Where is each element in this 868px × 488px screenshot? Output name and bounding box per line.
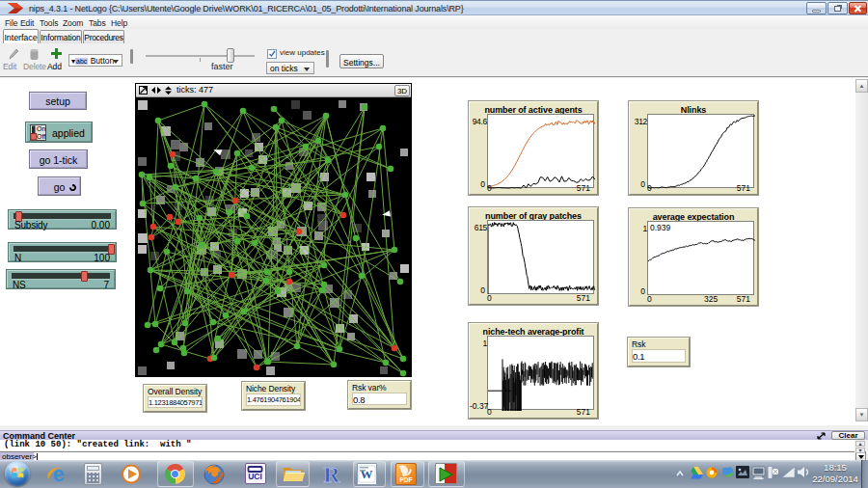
svg-text:R: R bbox=[323, 463, 340, 486]
svg-text:On: On bbox=[37, 125, 45, 132]
svg-text:W: W bbox=[361, 467, 373, 481]
svg-text:UCI: UCI bbox=[248, 472, 262, 481]
svg-text:e: e bbox=[51, 463, 67, 485]
svg-text:PDF: PDF bbox=[400, 476, 413, 483]
svg-text:Off: Off bbox=[37, 133, 45, 140]
